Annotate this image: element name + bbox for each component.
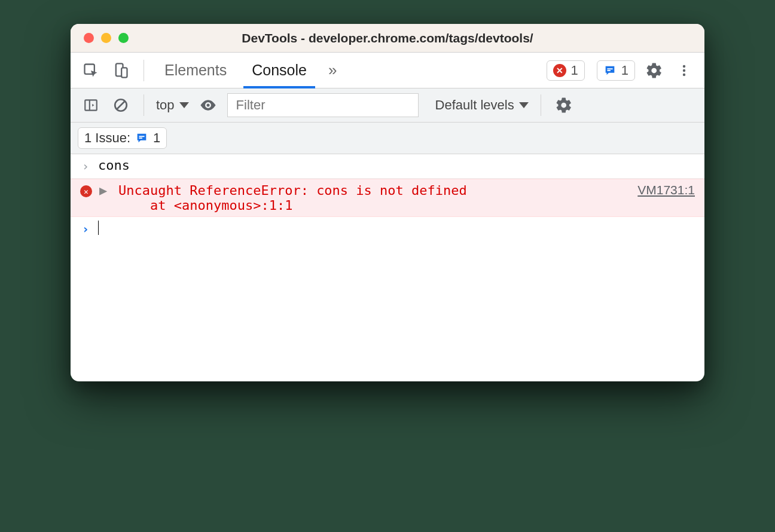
issues-label: 1 Issue: — [84, 130, 130, 146]
error-count-badge[interactable]: ✕ 1 — [547, 60, 585, 81]
error-text-line2: at <anonymous>:1:1 — [118, 198, 630, 213]
console-toolbar: top Default levels — [71, 88, 704, 123]
log-level-label: Default levels — [435, 97, 514, 113]
console-past-input-row[interactable]: › cons — [71, 154, 704, 179]
issues-pill[interactable]: 1 Issue: 1 — [78, 127, 167, 149]
clear-console-icon[interactable] — [110, 94, 132, 116]
filter-input-field[interactable] — [235, 97, 411, 114]
svg-rect-8 — [85, 100, 97, 110]
close-window-button[interactable] — [84, 33, 94, 43]
execution-context-selector[interactable]: top — [156, 97, 189, 113]
execution-context-label: top — [156, 97, 175, 113]
console-prompt-row[interactable]: › — [71, 217, 704, 241]
inspect-element-icon[interactable] — [80, 60, 102, 81]
separator — [144, 60, 144, 81]
svg-point-5 — [683, 65, 685, 67]
issues-bar: 1 Issue: 1 — [71, 123, 704, 154]
svg-rect-15 — [139, 137, 142, 139]
issues-count-badge[interactable]: 1 — [597, 60, 635, 81]
error-icon: ✕ — [553, 64, 566, 77]
console-log-area[interactable]: › cons ✕ ▶ Uncaught ReferenceError: cons… — [71, 154, 704, 381]
issues-pill-count: 1 — [153, 130, 160, 146]
window-controls — [71, 33, 129, 43]
titlebar: DevTools - developer.chrome.com/tags/dev… — [71, 24, 704, 53]
devtools-window: DevTools - developer.chrome.com/tags/dev… — [71, 24, 704, 381]
error-count: 1 — [571, 63, 578, 78]
text-caret — [98, 221, 99, 235]
separator — [144, 94, 144, 116]
svg-rect-3 — [607, 68, 612, 69]
error-icon: ✕ — [80, 185, 92, 197]
zoom-window-button[interactable] — [118, 33, 129, 43]
toggle-console-sidebar-icon[interactable] — [80, 94, 102, 116]
svg-rect-4 — [607, 70, 611, 71]
svg-rect-2 — [121, 68, 127, 77]
device-toolbar-icon[interactable] — [110, 60, 132, 81]
minimize-window-button[interactable] — [101, 33, 111, 43]
main-tabbar: Elements Console » ✕ 1 1 — [71, 53, 704, 88]
chevron-down-icon — [519, 102, 529, 108]
svg-rect-14 — [139, 136, 144, 137]
error-source-link[interactable]: VM1731:1 — [637, 183, 695, 197]
console-settings-icon[interactable] — [553, 94, 575, 116]
window-title: DevTools - developer.chrome.com/tags/dev… — [71, 31, 704, 45]
disclosure-triangle-icon[interactable]: ▶ — [99, 183, 108, 198]
chevron-right-icon: › — [80, 158, 91, 175]
svg-marker-10 — [92, 104, 94, 106]
live-expression-icon[interactable] — [197, 94, 219, 116]
svg-point-6 — [683, 69, 685, 71]
issues-count: 1 — [621, 63, 628, 78]
console-error-row[interactable]: ✕ ▶ Uncaught ReferenceError: cons is not… — [71, 179, 704, 217]
prompt-chevron-icon: › — [80, 221, 91, 237]
tab-console[interactable]: Console — [243, 53, 315, 88]
more-tabs-icon[interactable]: » — [324, 61, 341, 80]
issues-icon — [135, 132, 148, 145]
filter-input[interactable] — [227, 93, 419, 117]
log-level-selector[interactable]: Default levels — [435, 97, 529, 113]
issues-icon — [603, 64, 617, 77]
svg-point-13 — [206, 104, 209, 107]
error-text-line1: Uncaught ReferenceError: cons is not def… — [118, 183, 630, 198]
console-past-input-text: cons — [98, 158, 130, 173]
console-error-message: Uncaught ReferenceError: cons is not def… — [118, 183, 630, 213]
kebab-menu-icon[interactable] — [673, 60, 695, 81]
tab-elements[interactable]: Elements — [156, 53, 235, 88]
svg-point-7 — [683, 73, 685, 75]
separator — [541, 94, 541, 116]
svg-line-12 — [117, 102, 125, 109]
chevron-down-icon — [179, 102, 189, 108]
settings-icon[interactable] — [643, 60, 665, 81]
